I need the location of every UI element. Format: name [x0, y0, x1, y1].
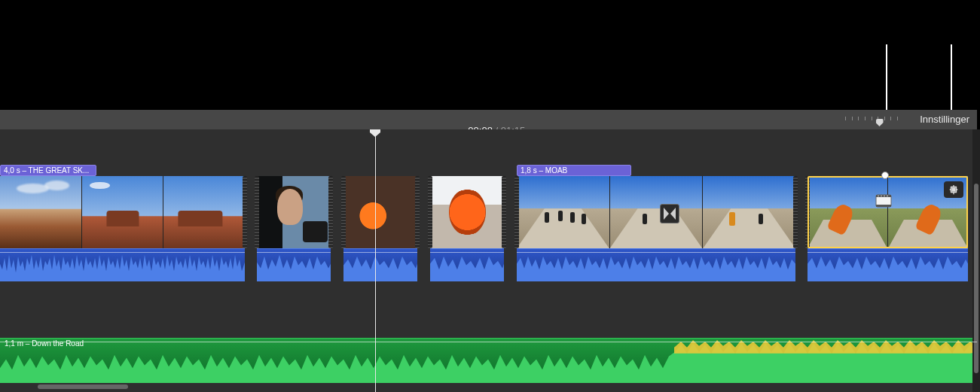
clip-thumbnail: [808, 176, 888, 248]
video-clip[interactable]: [257, 165, 331, 285]
app-canvas: 00:08 / 01:15 Innstillinger 4,0 s – THE …: [0, 0, 980, 392]
clip-thumbnails: [0, 176, 245, 248]
video-track[interactable]: 4,0 s – THE GREAT SK...: [0, 165, 977, 285]
svg-point-3: [878, 196, 880, 197]
clip-audio-waveform[interactable]: [343, 248, 417, 281]
clip-trim-handle-left[interactable]: [805, 176, 810, 248]
vertical-scrollbar[interactable]: [972, 129, 980, 392]
zoom-slider[interactable]: [845, 117, 898, 124]
clip-thumbnail: [517, 176, 610, 248]
clip-trim-handle-left[interactable]: [514, 176, 519, 248]
stabilize-badge-icon[interactable]: [944, 181, 963, 198]
clip-audio-waveform[interactable]: [0, 248, 245, 281]
timeline-toolbar: 00:08 / 01:15 Innstillinger: [0, 110, 977, 129]
clip-thumbnails: [257, 176, 331, 248]
clip-trim-handle-right[interactable]: [502, 176, 506, 248]
clip-thumbnail: [703, 176, 795, 248]
svg-point-4: [881, 196, 883, 197]
svg-point-5: [884, 196, 886, 197]
vertical-scrollbar-thumb[interactable]: [974, 184, 978, 373]
clip-volume-keyframe-handle[interactable]: [881, 172, 889, 179]
music-waveform: [0, 339, 977, 383]
video-clip-selected[interactable]: [808, 165, 968, 285]
music-volume-line[interactable]: [0, 342, 977, 342]
clip-trim-handle-right[interactable]: [243, 176, 247, 248]
clip-trim-handle-left[interactable]: [255, 176, 259, 248]
clip-title-tag[interactable]: 1,8 s – MOAB: [517, 165, 631, 176]
svg-rect-2: [876, 205, 891, 207]
video-clip[interactable]: 4,0 s – THE GREAT SK...: [0, 165, 245, 285]
clip-thumbnails: [343, 176, 417, 248]
svg-point-6: [887, 196, 889, 197]
clip-trim-handle-right[interactable]: [415, 176, 420, 248]
clip-thumbnail: [257, 176, 331, 248]
clip-thumbnail: [0, 176, 82, 248]
clip-audio-waveform[interactable]: [808, 248, 968, 281]
callout-zoom-slider-line: [886, 44, 887, 120]
callout-settings-line: [951, 44, 952, 114]
settings-button[interactable]: Innstillinger: [920, 114, 969, 125]
clip-trim-handle-right[interactable]: [328, 176, 333, 248]
horizontal-scrollbar[interactable]: [0, 383, 969, 390]
timeline[interactable]: 4,0 s – THE GREAT SK...: [0, 129, 977, 392]
playhead-handle[interactable]: [370, 129, 380, 137]
video-clip[interactable]: 1,8 s – MOAB: [517, 165, 795, 285]
clip-thumbnails: [430, 176, 504, 248]
clip-thumbnail: [430, 176, 504, 248]
music-clip-label: 1,1 m – Down the Road: [0, 339, 88, 349]
music-track[interactable]: 1,1 m – Down the Road: [0, 338, 977, 383]
clip-title-tag[interactable]: 4,0 s – THE GREAT SK...: [0, 165, 96, 176]
video-clip[interactable]: [343, 165, 417, 285]
clip-thumbnail: [82, 176, 164, 248]
video-clip[interactable]: [430, 165, 504, 285]
clip-audio-waveform[interactable]: [517, 248, 795, 281]
clip-thumbnail: [163, 176, 245, 248]
clip-trim-handle-left[interactable]: [428, 176, 432, 248]
svg-rect-7: [951, 187, 955, 191]
playhead-line[interactable]: [375, 129, 376, 392]
clip-thumbnails: [517, 176, 795, 248]
zoom-slider-knob[interactable]: [876, 119, 884, 126]
clip-trim-handle-right[interactable]: [793, 176, 798, 248]
clip-audio-waveform[interactable]: [257, 248, 331, 281]
transition-icon[interactable]: [660, 204, 679, 223]
clip-thumbnail: [343, 176, 417, 248]
keyframe-thumbnail-icon[interactable]: [875, 192, 893, 210]
clip-thumbnail: [610, 176, 704, 248]
clip-audio-waveform[interactable]: [430, 248, 504, 281]
clip-trim-handle-left[interactable]: [341, 176, 346, 248]
horizontal-scrollbar-thumb[interactable]: [38, 384, 128, 389]
zoom-slider-ticks: [845, 117, 898, 120]
